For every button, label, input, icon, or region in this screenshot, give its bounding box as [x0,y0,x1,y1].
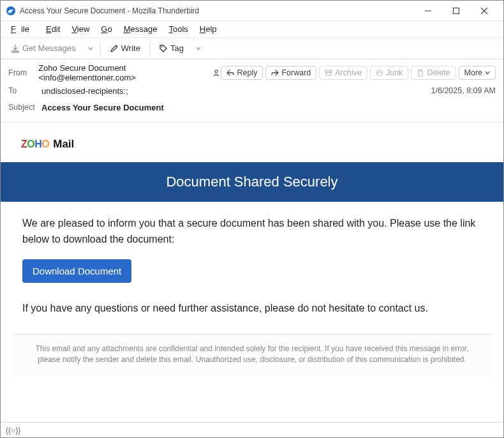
to-label: To [8,86,41,95]
zoho-mail-text: Mail [53,138,74,151]
titlebar: Access Your Secure Document - Mozilla Th… [1,1,503,21]
zoho-logo-row: ZOHO Mail [21,138,483,151]
archive-button[interactable]: Archive [319,66,367,80]
menu-tools[interactable]: Tools [163,23,193,35]
menu-file[interactable]: File [6,23,40,35]
disclaimer-text: This email and any attachments are confi… [12,334,492,374]
menu-edit[interactable]: Edit [41,23,65,35]
thunderbird-icon [6,6,16,16]
svg-point-5 [161,46,162,47]
delete-button[interactable]: Delete [411,66,456,80]
menu-help[interactable]: Help [195,23,222,35]
close-button[interactable] [470,1,498,20]
menu-go[interactable]: Go [96,23,117,35]
menubar: File Edit View Go Message Tools Help [1,21,503,38]
reply-button[interactable]: Reply [221,66,263,80]
banner-heading: Document Shared Securely [1,162,503,202]
subject-value: Access Your Secure Document [41,103,164,112]
tag-icon [159,44,168,53]
svg-point-9 [376,70,382,76]
subject-label: Subject [8,103,41,112]
separator [100,42,101,55]
svg-rect-2 [454,8,459,13]
forward-button[interactable]: Forward [265,66,316,80]
contact-icon[interactable] [212,68,221,77]
from-label: From [8,68,38,77]
app-window: Access Your Secure Document - Mozilla Th… [0,0,504,438]
get-messages-dropdown[interactable] [85,46,96,51]
to-value: undisclosed-recipients:; [41,86,128,96]
zoho-logo: ZOHO [21,139,49,150]
more-button[interactable]: More [459,66,496,80]
from-value: Zoho Secure Document <info@elementtoner.… [38,63,208,82]
window-title: Access Your Secure Document - Mozilla Th… [20,6,414,15]
tag-dropdown[interactable] [193,46,204,51]
menu-view[interactable]: View [66,23,94,35]
minimize-button[interactable] [414,1,442,20]
header-actions: Reply Forward Archive Junk Delete [221,66,496,80]
menu-message[interactable]: Message [119,23,163,35]
pencil-icon [110,44,119,53]
separator [149,42,150,55]
write-button[interactable]: Write [105,41,145,56]
junk-button[interactable]: Junk [370,66,408,80]
tag-button[interactable]: Tag [154,41,189,56]
statusbar: ((○)) [1,422,503,437]
paragraph-2: If you have any questions or need furthe… [22,301,482,317]
connection-indicator-icon: ((○)) [6,426,20,435]
toolbar: Get Messages Write Tag [1,38,503,59]
mail-body: ZOHO Mail Document Shared Securely We ar… [1,123,503,422]
mail-date: 1/6/2025, 8:09 AM [431,86,496,95]
svg-rect-8 [326,72,331,75]
paragraph-1: We are pleased to inform you that a secu… [22,216,482,248]
download-icon [11,44,20,53]
get-messages-button[interactable]: Get Messages [6,41,81,56]
download-document-button[interactable]: Download Document [22,259,131,283]
mail-header: From Zoho Secure Document <info@elementt… [1,59,503,123]
maximize-button[interactable] [442,1,470,20]
svg-point-6 [215,70,218,73]
